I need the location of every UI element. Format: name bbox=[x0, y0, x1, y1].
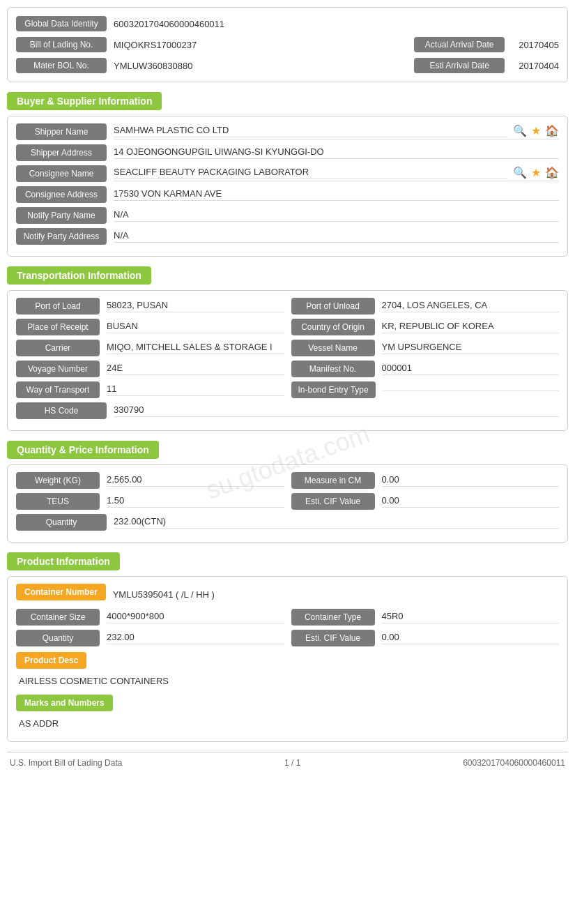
carrier-vessel-row: Carrier MIQO, MITCHELL SALES & STORAGE I… bbox=[16, 340, 559, 356]
consignee-home-icon[interactable]: 🏠 bbox=[545, 166, 559, 179]
container-type-label: Container Type bbox=[291, 609, 375, 626]
teus-value: 1.50 bbox=[107, 495, 284, 508]
bol-label: Bill of Lading No. bbox=[16, 37, 107, 52]
notify-address-value: N/A bbox=[114, 230, 559, 243]
container-number-button[interactable]: Container Number bbox=[16, 584, 106, 600]
container-type-value: 45R0 bbox=[382, 611, 560, 623]
master-bol-value: YMLUW360830880 bbox=[114, 61, 192, 71]
voyage-manifest-row: Voyage Number 24E Manifest No. 000001 bbox=[16, 361, 559, 377]
actual-arrival-label: Actual Arrival Date bbox=[414, 37, 505, 52]
port-unload-field: Port of Unload 2704, LOS ANGELES, CA bbox=[291, 298, 560, 315]
carrier-value: MIQO, MITCHELL SALES & STORAGE I bbox=[107, 342, 284, 354]
footer-center: 1 / 1 bbox=[284, 758, 300, 768]
consignee-icons: 🔍 ★ 🏠 bbox=[513, 166, 559, 179]
place-receipt-field: Place of Receipt BUSAN bbox=[16, 319, 284, 335]
transport-header: Transportation Information bbox=[7, 266, 151, 285]
product-desc-value: AIRLESS COSMETIC CONTAINERS bbox=[16, 673, 559, 692]
consignee-star-icon[interactable]: ★ bbox=[531, 166, 541, 179]
bol-value: MIQOKRS17000237 bbox=[114, 40, 197, 50]
consignee-name-row: Consignee Name SEACLIFF BEAUTY PACKAGING… bbox=[16, 165, 559, 182]
marks-value: AS ADDR bbox=[16, 715, 559, 734]
consignee-name-value-row: SEACLIFF BEAUTY PACKAGING LABORATOR 🔍 ★ … bbox=[114, 166, 559, 181]
manifest-value: 000001 bbox=[382, 363, 560, 375]
place-receipt-value: BUSAN bbox=[107, 321, 284, 333]
shipper-search-icon[interactable]: 🔍 bbox=[513, 124, 527, 137]
product-qty-label: Quantity bbox=[16, 630, 100, 646]
quantity-value: 232.00(CTN) bbox=[114, 516, 559, 529]
container-size-label: Container Size bbox=[16, 609, 100, 626]
global-id-value: 6003201704060000460011 bbox=[114, 19, 224, 29]
consignee-address-value: 17530 VON KARMAN AVE bbox=[114, 188, 559, 201]
actual-arrival-value: 20170405 bbox=[519, 40, 559, 50]
global-id-label: Global Data Identity bbox=[16, 16, 107, 31]
master-bol-row: Mater BOL No. YMLUW360830880 Esti Arriva… bbox=[16, 55, 559, 76]
place-receipt-label: Place of Receipt bbox=[16, 319, 100, 335]
container-number-value: YMLU5395041 ( /L / HH ) bbox=[113, 589, 215, 600]
quantity-row: Quantity 232.00(CTN) bbox=[16, 514, 559, 531]
consignee-name-label: Consignee Name bbox=[16, 165, 107, 182]
product-section: Product Information Container Number YML… bbox=[7, 552, 568, 742]
receipt-origin-row: Place of Receipt BUSAN Country of Origin… bbox=[16, 319, 559, 335]
consignee-address-row: Consignee Address 17530 VON KARMAN AVE bbox=[16, 186, 559, 203]
container-size-type-row: Container Size 4000*900*800 Container Ty… bbox=[16, 609, 559, 626]
shipper-name-value: SAMHWA PLASTIC CO LTD bbox=[114, 125, 507, 137]
manifest-label: Manifest No. bbox=[291, 361, 375, 377]
teus-cif-row: TEUS 1.50 Esti. CIF Value 0.00 bbox=[16, 493, 559, 510]
shipper-home-icon[interactable]: 🏠 bbox=[545, 124, 559, 137]
marks-button[interactable]: Marks and Numbers bbox=[16, 695, 113, 711]
bol-row: Bill of Lading No. MIQOKRS17000237 Actua… bbox=[16, 34, 559, 55]
vessel-value: YM UPSURGENCE bbox=[382, 342, 560, 354]
container-size-field: Container Size 4000*900*800 bbox=[16, 609, 284, 626]
inbond-field: In-bond Entry Type bbox=[291, 381, 560, 398]
country-origin-label: Country of Origin bbox=[291, 319, 375, 335]
container-size-value: 4000*900*800 bbox=[107, 611, 284, 623]
product-header: Product Information bbox=[7, 552, 120, 570]
product-card: Container Number YMLU5395041 ( /L / HH )… bbox=[7, 576, 568, 742]
global-id-row: Global Data Identity 6003201704060000460… bbox=[16, 13, 559, 34]
weight-measure-row: Weight (KG) 2,565.00 Measure in CM 0.00 bbox=[16, 472, 559, 489]
carrier-label: Carrier bbox=[16, 340, 100, 356]
measure-label: Measure in CM bbox=[291, 472, 375, 489]
weight-value: 2,565.00 bbox=[107, 474, 284, 487]
buyer-supplier-card: Shipper Name SAMHWA PLASTIC CO LTD 🔍 ★ 🏠… bbox=[7, 116, 568, 257]
carrier-field: Carrier MIQO, MITCHELL SALES & STORAGE I bbox=[16, 340, 284, 356]
measure-field: Measure in CM 0.00 bbox=[291, 472, 560, 489]
product-qty-cif-row: Quantity 232.00 Esti. CIF Value 0.00 bbox=[16, 630, 559, 646]
shipper-address-row: Shipper Address 14 OJEONGONGUPGIL UIWANG… bbox=[16, 144, 559, 161]
marks-section: Marks and Numbers AS ADDR bbox=[16, 695, 559, 734]
container-type-field: Container Type 45R0 bbox=[291, 609, 560, 626]
footer-left: U.S. Import Bill of Lading Data bbox=[10, 758, 122, 768]
weight-field: Weight (KG) 2,565.00 bbox=[16, 472, 284, 489]
consignee-search-icon[interactable]: 🔍 bbox=[513, 166, 527, 179]
esti-arrival-value: 20170404 bbox=[519, 61, 559, 71]
voyage-label: Voyage Number bbox=[16, 361, 100, 377]
footer: U.S. Import Bill of Lading Data 1 / 1 60… bbox=[7, 752, 568, 771]
shipper-address-value: 14 OJEONGONGUPGIL UIWANG-SI KYUNGGI-DO bbox=[114, 146, 559, 159]
product-desc-button[interactable]: Product Desc bbox=[16, 652, 86, 669]
transport-section: Transportation Information Port of Load … bbox=[7, 266, 568, 431]
quantity-header: Quantity & Price Information bbox=[7, 441, 159, 459]
esti-arrival-label: Esti Arrival Date bbox=[414, 58, 505, 73]
esti-cif-label: Esti. CIF Value bbox=[291, 493, 375, 510]
product-cif-value: 0.00 bbox=[382, 632, 560, 644]
port-load-value: 58023, PUSAN bbox=[107, 300, 284, 312]
teus-field: TEUS 1.50 bbox=[16, 493, 284, 510]
hs-code-row: HS Code 330790 bbox=[16, 402, 559, 419]
identity-card: Global Data Identity 6003201704060000460… bbox=[7, 7, 568, 82]
inbond-label: In-bond Entry Type bbox=[291, 381, 376, 398]
notify-name-label: Notify Party Name bbox=[16, 207, 107, 224]
country-origin-value: KR, REPUBLIC OF KOREA bbox=[382, 321, 560, 333]
inbond-value bbox=[383, 389, 559, 391]
measure-value: 0.00 bbox=[382, 474, 560, 487]
transport-card: Port of Load 58023, PUSAN Port of Unload… bbox=[7, 290, 568, 431]
notify-name-row: Notify Party Name N/A bbox=[16, 207, 559, 224]
buyer-supplier-header: Buyer & Supplier Information bbox=[7, 92, 162, 110]
consignee-name-value: SEACLIFF BEAUTY PACKAGING LABORATOR bbox=[114, 167, 507, 179]
vessel-label: Vessel Name bbox=[291, 340, 375, 356]
esti-cif-field: Esti. CIF Value 0.00 bbox=[291, 493, 560, 510]
product-qty-value: 232.00 bbox=[107, 632, 284, 644]
vessel-field: Vessel Name YM UPSURGENCE bbox=[291, 340, 560, 356]
product-cif-label: Esti. CIF Value bbox=[291, 630, 375, 646]
voyage-value: 24E bbox=[107, 363, 284, 375]
shipper-star-icon[interactable]: ★ bbox=[531, 124, 541, 137]
